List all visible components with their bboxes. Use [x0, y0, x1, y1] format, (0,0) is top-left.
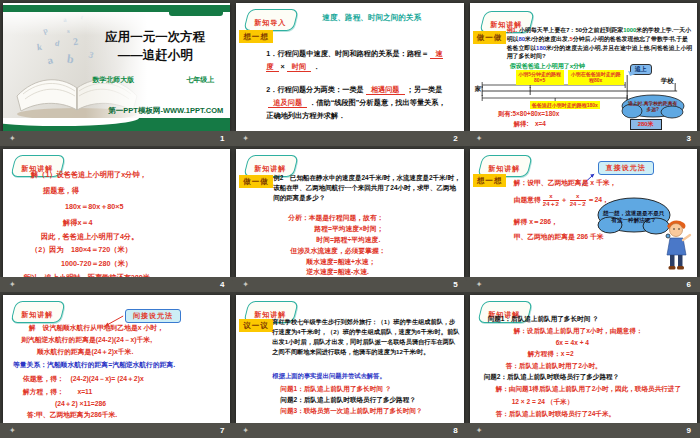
slide-cell-4: 新知讲解 解（1）设爸爸追上小明用了x分钟， 据题意，得 180x＝80x＋80…: [0, 146, 233, 292]
direct-method-box: 直接设元法: [598, 161, 654, 175]
transition-star-icon: ✦: [242, 135, 249, 143]
solution-line: 解：由问题1得后队追上前队用了2小时，因此，联络员共行进了: [496, 385, 681, 394]
school-label: 学校: [661, 77, 674, 86]
slide-number: 9: [687, 426, 691, 435]
transition-star-icon: ✦: [9, 427, 16, 435]
slide-6-thumbnail[interactable]: 新知讲解 想一想 直接设元法 解：设甲、乙两地距离是 x 千米， 由题意得 x2…: [470, 149, 697, 277]
slide-number: 5: [453, 280, 457, 289]
example-2-problem: 例2 已知船在静水中的速度是24千米/时，水流速度是2千米/时，该船在甲、乙两地…: [273, 173, 461, 203]
solution-line: 180x＝80x＋80×5: [65, 202, 230, 212]
transition-star-icon: ✦: [476, 281, 483, 289]
answer-line: 答：后队追上前队时用了2小时。: [506, 362, 602, 371]
solve-line: 解方程，得： x=11: [23, 387, 92, 397]
numerator: x: [543, 193, 559, 201]
photo-fade-overlay: [3, 12, 153, 118]
analysis-line: 时间=路程÷平均速度.: [316, 235, 463, 246]
slide-cell-7: 新知讲解 间接设元法 解 设汽船顺水航行从甲地到乙地是x 小时， 则汽船逆水航行…: [0, 292, 233, 438]
cell-footer: ✦ 2: [233, 131, 466, 146]
slide-1-thumbnail[interactable]: a t p s k d 2 a b 3: [3, 3, 230, 131]
solution-line: 则汽船逆水航行的距离是(24-2)(24－x)千米,: [21, 335, 152, 345]
slide-7-thumbnail[interactable]: 新知讲解 间接设元法 解 设汽船顺水航行从甲地到乙地是x 小时， 则汽船逆水航行…: [3, 295, 230, 423]
transition-star-icon: ✦: [476, 427, 483, 435]
solution-line: 顺水航行的距离是(24＋2)x千米.: [37, 347, 133, 357]
slide-cell-6: 新知讲解 想一想 直接设元法 解：设甲、乙两地距离是 x 千米， 由题意得 x2…: [467, 146, 700, 292]
fraction-1: x24＋2: [543, 193, 559, 208]
fraction-equation: 由题意得 x24＋2 ＋ x24－2 ＝24，: [514, 193, 609, 208]
question-1: 问题1：后队追上前队用了多长时间 ？: [280, 385, 391, 394]
slide-cell-9: 新知讲解 问题1：后队追上前队用了多长时间 ？ 解：设后队追上前队用了x小时，由…: [467, 292, 700, 438]
q1-text: 1．行程问题中速度、时间和路程的关系是：路程: [266, 49, 421, 58]
slide-2-thumbnail[interactable]: 新知导入 速度、路程、时间之间的关系 想一想 1．行程问题中速度、时间和路程的关…: [236, 3, 463, 131]
analysis-line: 但涉及水流速度，必须要掌握：: [290, 246, 463, 257]
blank-meeting: 相遇问题: [366, 85, 405, 95]
slide-cell-3: 新知讲解 做一做 例1. 小明每天早上要在7：50分之前赶到距家1000米的学校…: [467, 0, 700, 146]
green-top-bar: [3, 5, 230, 12]
cell-footer: ✦ 3: [467, 131, 700, 146]
compute-line: 12 × 2 = 24 （千米）: [512, 398, 574, 407]
slide-number: 3: [687, 134, 691, 143]
segment-label-80x: 小明在爸爸追时走的路程80x: [568, 70, 624, 85]
plus-sign: ＋: [561, 195, 568, 205]
question-1: 问题1：后队追上前队用了多长时间 ？: [488, 315, 599, 324]
section-badge: 新知讲解: [10, 301, 65, 323]
think-tag: 想一想: [239, 30, 273, 43]
solution-line: （2）因为 180×4＝720（米）: [31, 245, 230, 255]
template-credit: 第一PPT模板网-WWW.1PPT.COM: [108, 106, 223, 116]
transition-star-icon: ✦: [242, 427, 249, 435]
lesson-subtitle: 速度、路程、时间之间的关系: [322, 13, 421, 23]
analysis-block: 分析：本题是行程问题，故有： 路程=平均速度×时间； 时间=路程÷平均速度. 但…: [236, 213, 463, 277]
question-1: 1．行程问题中速度、时间和路程的关系是：路程＝速度×时间．: [266, 48, 452, 74]
slide-number: 2: [453, 134, 457, 143]
blank-chasing: 追及问题: [268, 98, 307, 108]
question-2: 问题2：后队追上前队时联络员行了多少路程？: [484, 373, 620, 382]
analysis-line: 逆水速度=船速-水速.: [306, 267, 463, 277]
fraction-2: x24－2: [570, 193, 586, 208]
analysis-line: 分析：本题是行程问题，故有：: [288, 213, 463, 224]
title-line-1: 应用一元一次方程: [88, 29, 222, 47]
transition-star-icon: ✦: [242, 281, 249, 289]
slide-cell-1: a t p s k d 2 a b 3: [0, 0, 233, 146]
question-2: 2．行程问题分为两类：一类是相遇问题；另一类是追及问题．借助“线段图”分析题意，…: [266, 84, 452, 123]
compute-line: (24＋2) ×11=286: [55, 399, 106, 409]
q1-period: ．: [313, 62, 320, 71]
solution-line: 甲、乙两地的距离是 286 千米: [514, 232, 604, 242]
denominator: 24＋2: [543, 201, 559, 207]
discuss-tag: 议一议: [239, 319, 273, 332]
catch-up-callout: 追上: [630, 64, 652, 75]
slide-number: 7: [220, 426, 224, 435]
cell-footer: ✦ 7: [0, 423, 233, 438]
green-top-notch: [169, 12, 223, 16]
slide-4-thumbnail[interactable]: 新知讲解 解（1）设爸爸追上小明用了x分钟， 据题意，得 180x＝80x＋80…: [3, 149, 230, 277]
solution-line: 1000-720＝280（米）: [61, 259, 230, 269]
subtitle-grade: 七年级上: [186, 75, 214, 85]
slide-sorter-grid: a t p s k d 2 a b 3: [0, 0, 700, 438]
solution-line: 因此，爸爸追上小明用了4分。: [41, 232, 230, 242]
slide-3-thumbnail[interactable]: 新知讲解 做一做 例1. 小明每天早上要在7：50分之前赶到距家1000米的学校…: [470, 3, 697, 131]
cloud-question-text: 想一想，这道题是不是只有这一种解法呢？: [602, 197, 666, 237]
equation-line: 6x = 4x + 4: [556, 339, 589, 346]
solution-line: 解：设后队追上前队用了x小时，由题意得：: [514, 327, 643, 336]
equation-line: 依题意，得： (24-2)(24－x)= (24＋2)x: [23, 374, 144, 384]
slide-cell-2: 新知导入 速度、路程、时间之间的关系 想一想 1．行程问题中速度、时间和路程的关…: [233, 0, 466, 146]
solution-line: 解得x＝4: [63, 218, 230, 228]
answer-line: 答:甲、乙两地距离为286千米.: [27, 410, 117, 420]
transition-star-icon: ✦: [9, 281, 16, 289]
section-badge: 新知导入: [244, 9, 299, 31]
transition-star-icon: ✦: [476, 135, 483, 143]
solve-line: 解方程得：x =2: [528, 350, 574, 359]
cell-footer: ✦ 9: [467, 423, 700, 438]
question-3: 问题3：联络员第一次追上前队时用了多长时间？: [280, 407, 422, 416]
slide-9-thumbnail[interactable]: 新知讲解 问题1：后队追上前队用了多长时间 ？ 解：设后队追上前队用了x小时，由…: [470, 295, 697, 423]
slide-5-thumbnail[interactable]: 新知讲解 做一做 例2 已知船在静水中的速度是24千米/时，水流速度是2千米/时…: [236, 149, 463, 277]
slide-8-thumbnail[interactable]: 新知讲解 议一议 育红学校七年级学生步行到郊外旅行：（1）班的学生组成前队，步行…: [236, 295, 463, 423]
segment-label-180x: 爸爸追赶小明时走的路程180x: [530, 101, 600, 109]
distance-answer-box: 280米: [630, 119, 662, 130]
indirect-method-box: 间接设元法: [125, 309, 181, 323]
green-bottom-bar: [3, 118, 230, 131]
question-2: 问题2：后队追上前队时联络员行了多少路程？: [280, 396, 416, 405]
slide-cell-8: 新知讲解 议一议 育红学校七年级学生步行到郊外旅行：（1）班的学生组成前队，步行…: [233, 292, 466, 438]
q2-text-a: 2．行程问题分为两类：一类是: [266, 85, 363, 94]
solution-line: 解得: x=4: [514, 120, 546, 129]
cell-footer: ✦ 5: [233, 277, 466, 292]
solution-line: 解（1）设爸爸追上小明用了x分钟，: [31, 170, 230, 180]
